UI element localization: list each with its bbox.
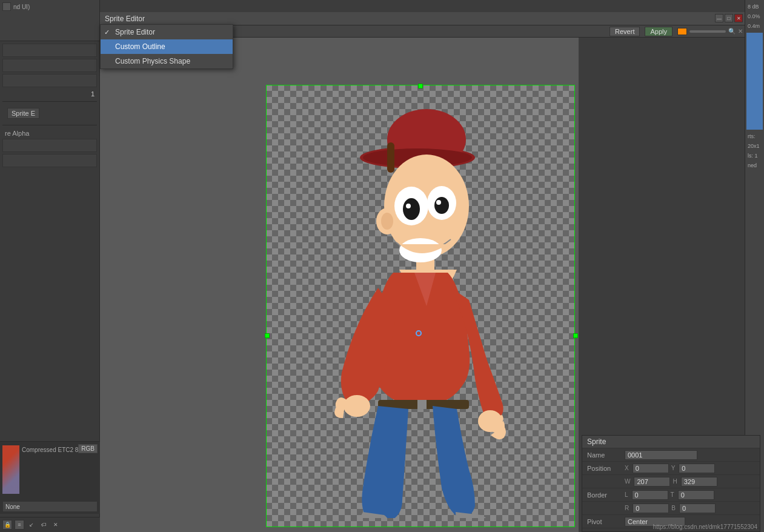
svg-point-7: [381, 213, 393, 230]
arrow-icon[interactable]: ↙: [27, 520, 36, 530]
handle-top-center[interactable]: [418, 84, 423, 88]
lp-number: 1: [91, 90, 95, 98]
sip-pivot-label: Pivot: [582, 518, 625, 525]
blue-scrollbar[interactable]: [746, 33, 763, 130]
panel-icon: [2, 2, 11, 11]
sip-position-label: Position: [582, 465, 625, 472]
close-btn[interactable]: ✕: [734, 14, 743, 22]
color-swatch[interactable]: [677, 28, 687, 35]
svg-rect-3: [387, 142, 394, 173]
sprite-info-panel: Sprite Name Position X Y W H Border L: [582, 435, 760, 532]
minimize-btn[interactable]: —: [715, 14, 723, 22]
lp-field-2[interactable]: [2, 59, 97, 72]
svg-point-16: [478, 410, 502, 432]
sip-name-input[interactable]: [625, 450, 697, 460]
sip-size-field: W H: [625, 477, 760, 487]
sip-w-label: W: [625, 478, 630, 485]
character-svg: [299, 94, 542, 518]
far-right-row-5: 20x1: [746, 142, 763, 150]
left-panel-top: nd UI): [0, 0, 99, 41]
zoom-slider[interactable]: [689, 30, 726, 33]
svg-point-12: [406, 204, 411, 208]
dropdown-item-custom-physics[interactable]: Custom Physics Shape: [101, 54, 233, 68]
sip-l-label: L: [625, 491, 628, 498]
sip-x-input[interactable]: [633, 464, 669, 473]
texture-thumbnail: [2, 445, 19, 494]
texture-field[interactable]: [2, 139, 97, 152]
tag-icon[interactable]: 🏷: [39, 520, 48, 530]
dropdown-menu: Sprite Editor Custom Outline Custom Phys…: [100, 24, 233, 69]
sip-l-input[interactable]: [632, 490, 668, 500]
maximize-btn[interactable]: □: [725, 14, 733, 22]
sip-border-field: L T: [625, 490, 760, 500]
dropdown-select[interactable]: None: [2, 501, 98, 512]
rgb-badge: RGB: [78, 444, 98, 453]
sip-name-field: [625, 450, 760, 460]
sip-border2-field: R B: [625, 504, 760, 513]
panel-label: nd UI): [13, 4, 30, 10]
apply-btn[interactable]: Apply: [645, 27, 673, 36]
sip-w-input[interactable]: [634, 477, 670, 487]
texture-label: re Alpha: [5, 130, 29, 137]
dropdown-label: None: [5, 504, 20, 510]
watermark: https://blog.csdn.net/dmk17771552304: [653, 524, 757, 530]
sip-b-label: B: [671, 505, 676, 511]
sip-name-row: Name: [582, 448, 760, 462]
bottom-icons: 🔒 ≡ ↙ 🏷 ✕: [2, 520, 98, 530]
left-panel-content: 1 Sprite E re Alpha: [0, 41, 99, 171]
zoom-icon[interactable]: 🔍: [728, 28, 736, 35]
far-right-row-6: ls: 1: [746, 151, 763, 160]
window-controls: — □ ✕: [715, 14, 743, 22]
sip-border-label: Border: [582, 491, 625, 499]
svg-point-13: [436, 200, 441, 205]
color-controls: 🔍 ✕: [677, 28, 743, 35]
canvas-area: [100, 38, 579, 532]
lp-field-3[interactable]: [2, 74, 97, 87]
sip-r-input[interactable]: [633, 504, 669, 513]
sprite-btn-row: Sprite E: [2, 104, 97, 122]
sip-t-input[interactable]: [678, 490, 714, 500]
texture-field-2[interactable]: [2, 154, 97, 167]
dropdown-item-sprite-editor[interactable]: Sprite Editor: [101, 25, 233, 39]
divider-2: [2, 125, 97, 125]
bottom-bar: 🔒 ≡ ↙ 🏷 ✕: [0, 517, 100, 532]
handle-left-middle[interactable]: [265, 333, 270, 338]
sip-position-row: Position X Y: [582, 462, 760, 475]
far-right-row-7: ned: [746, 161, 763, 170]
divider-1: [2, 101, 97, 102]
far-right-row-2: 0.0%: [746, 12, 763, 21]
sip-position-field: X Y: [625, 464, 760, 473]
sip-h-input[interactable]: [681, 477, 717, 487]
list-icon[interactable]: ≡: [15, 520, 24, 530]
handle-center-pivot[interactable]: [416, 330, 422, 336]
sip-b-input[interactable]: [679, 504, 716, 513]
svg-point-10: [403, 198, 420, 220]
window-titlebar: Sprite Editor — □ ✕: [100, 12, 745, 25]
sip-border-row: Border L T: [582, 488, 760, 502]
sip-name-label: Name: [582, 451, 625, 459]
sip-size-row: W H: [582, 475, 760, 488]
lp-number-row: 1: [2, 89, 97, 99]
sip-header: Sprite: [582, 436, 760, 448]
svg-point-11: [434, 197, 449, 214]
x-icon[interactable]: ✕: [51, 520, 61, 530]
sip-y-label: Y: [671, 465, 676, 471]
sip-y-input[interactable]: [679, 464, 715, 473]
texture-strip: RGB Compressed ETC2 8 bits( None: [0, 441, 100, 514]
sip-border2-row: R B: [582, 502, 760, 515]
lp-field-1[interactable]: [2, 44, 97, 57]
lock-icon[interactable]: 🔒: [2, 520, 12, 530]
menu-bar-right: Revert Apply 🔍 ✕: [610, 25, 743, 37]
dropdown-row: None: [0, 500, 100, 513]
dropdown-item-custom-outline[interactable]: Custom Outline: [101, 39, 233, 54]
left-panel: nd UI) 1 Sprite E re Alpha RGB: [0, 0, 100, 532]
sip-x-label: X: [625, 465, 629, 471]
svg-rect-18: [417, 400, 427, 409]
handle-right-middle[interactable]: [573, 333, 578, 338]
window-title: Sprite Editor: [105, 15, 145, 23]
sprite-editor-btn[interactable]: Sprite E: [7, 108, 39, 119]
sip-t-label: T: [671, 491, 674, 498]
revert-btn[interactable]: Revert: [610, 27, 640, 36]
texture-label-row: re Alpha: [2, 128, 97, 139]
close-overlay-btn[interactable]: ✕: [738, 28, 743, 35]
